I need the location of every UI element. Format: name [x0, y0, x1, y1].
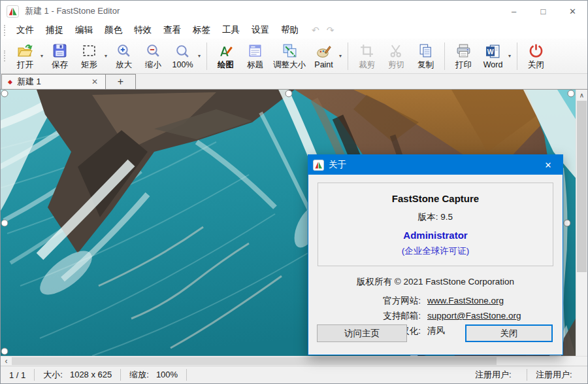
dialog-close-button[interactable]: 关闭 — [465, 324, 553, 342]
toolbar-button-resize[interactable]: 调整大小 — [270, 40, 309, 73]
menu-item-settings[interactable]: 设置 — [246, 22, 275, 38]
status-bar: 1 / 1大小:1028 x 625缩放:100% 注册用户:注册用户: — [1, 366, 587, 383]
toolbar-button-caption[interactable]: 标题 — [240, 40, 270, 73]
scroll-up-icon[interactable]: ∧ — [576, 90, 587, 101]
toolbar-separator — [517, 43, 517, 70]
status-image-size-label: 大小: — [43, 370, 63, 379]
toolbar-label-draw: 绘图 — [218, 60, 234, 71]
menu-item-file[interactable]: 文件 — [10, 22, 40, 38]
tab-新建-1[interactable]: ◆新建 1✕ — [1, 74, 106, 89]
scroll-left-icon[interactable]: ‹ — [1, 357, 12, 366]
save-floppy-icon — [52, 43, 68, 59]
svg-text:W: W — [487, 48, 494, 56]
about-dialog-title: 关于 — [329, 159, 534, 171]
main-toolbar: 打开▾保存矩形▾放大缩小100%▾绘图标题调整大小Paint▾裁剪剪切复制打印W… — [1, 39, 587, 74]
zoom-100-icon — [174, 43, 191, 60]
license-scope: (企业全球许可证) — [318, 245, 553, 257]
toolbar-button-zoom-100[interactable]: 100% — [168, 40, 197, 73]
vertical-scrollbar[interactable]: ∧ — [576, 90, 587, 356]
toolbar-label-save: 保存 — [52, 60, 68, 71]
dialog-buttons: 访问主页 关闭 — [317, 324, 553, 342]
minimize-icon: – — [512, 7, 516, 16]
minimize-button[interactable]: – — [499, 1, 529, 22]
dropdown-arrow-open[interactable]: ▾ — [41, 53, 45, 59]
dropdown-arrow-rectangle[interactable]: ▾ — [105, 53, 109, 59]
dropdown-arrow-paint[interactable]: ▾ — [339, 53, 344, 59]
toolbar-button-open[interactable]: 打开 — [10, 40, 40, 73]
close-icon: ✕ — [569, 7, 576, 16]
menu-item-effects[interactable]: 特效 — [128, 22, 157, 38]
maximize-button[interactable]: □ — [529, 1, 558, 22]
window-controls: –□✕ — [499, 1, 587, 22]
toolbar-button-draw[interactable]: 绘图 — [211, 40, 240, 73]
toolbar-grip[interactable] — [4, 25, 7, 36]
menu-item-tools[interactable]: 工具 — [216, 22, 246, 38]
toolbar-separator — [348, 43, 348, 70]
toolbar-button-zoom-in[interactable]: 放大 — [109, 40, 139, 73]
info-row-support-email: 支持邮箱:support@FastStone.org — [308, 308, 563, 323]
about-dialog: 关于 ✕ FastStone Capture 版本: 9.5 Administr… — [308, 154, 563, 355]
resize-icon — [282, 43, 298, 59]
toolbar-button-copy[interactable]: 复制 — [411, 40, 440, 73]
toolbar-button-rectangle[interactable]: 矩形 — [74, 40, 104, 73]
version-text: 版本: 9.5 — [318, 211, 553, 223]
dropdown-arrow-zoom-100[interactable]: ▾ — [198, 53, 203, 59]
zoom-in-icon — [116, 43, 132, 59]
copy-icon — [417, 43, 434, 59]
menu-item-help[interactable]: 帮助 — [275, 22, 304, 38]
toolbar-button-zoom-out[interactable]: 缩小 — [139, 40, 168, 73]
print-icon — [455, 43, 472, 59]
toolbar-label-close-editor: 关闭 — [528, 60, 544, 71]
rectangle-select-icon — [81, 43, 97, 59]
tab-bar: ◆新建 1✕ + — [1, 74, 587, 90]
toolbar-label-zoom-out: 缩小 — [145, 60, 161, 71]
status-registered-user-1: 注册用户: — [466, 369, 527, 381]
toolbar-buttons: 打开▾保存矩形▾放大缩小100%▾绘图标题调整大小Paint▾裁剪剪切复制打印W… — [10, 40, 551, 73]
status-zoom-level: 缩放:100% — [121, 369, 186, 381]
about-dialog-titlebar[interactable]: 关于 ✕ — [308, 155, 563, 175]
draw-icon — [218, 43, 234, 59]
status-zoom-level-label: 缩放: — [129, 370, 149, 379]
close-button[interactable]: ✕ — [558, 1, 587, 22]
undo-icon: ↶ — [312, 25, 319, 35]
open-folder-icon — [17, 43, 33, 59]
toolbar-button-print[interactable]: 打印 — [449, 40, 478, 73]
toolbar-button-save[interactable]: 保存 — [45, 40, 74, 73]
window-title: 新建 1 - FastStone Editor — [25, 5, 499, 17]
menu-item-capture[interactable]: 捕捉 — [40, 22, 69, 38]
toolbar-grip[interactable] — [4, 50, 7, 61]
tab-close-icon[interactable]: ✕ — [90, 77, 99, 86]
visit-homepage-button[interactable]: 访问主页 — [317, 324, 407, 342]
redo-icon: ↷ — [327, 25, 335, 35]
toolbar-button-cut: 剪切 — [382, 40, 411, 73]
title-bar: 新建 1 - FastStone Editor –□✕ — [1, 1, 587, 22]
status-right-segments: 注册用户:注册用户: — [466, 366, 587, 383]
menu-item-view[interactable]: 查看 — [157, 22, 187, 38]
menu-items: 文件捕捉编辑颜色特效查看标签工具设置帮助 — [10, 22, 304, 38]
support-email-value[interactable]: support@FastStone.org — [427, 308, 521, 323]
license-groupbox: FastStone Capture 版本: 9.5 Administrator … — [318, 183, 553, 266]
menu-item-edit[interactable]: 编辑 — [69, 22, 99, 38]
horizontal-scroll-thumb[interactable] — [12, 357, 497, 365]
toolbar-label-word: Word — [483, 60, 503, 69]
toolbar-label-print: 打印 — [455, 60, 472, 71]
menu-item-tab[interactable]: 标签 — [187, 22, 216, 38]
toolbar-separator — [444, 43, 445, 70]
toolbar-button-close-editor[interactable]: 关闭 — [521, 40, 551, 73]
toolbar-button-word[interactable]: WWord — [478, 40, 508, 73]
status-page-indicator-value: 1 / 1 — [9, 370, 25, 380]
horizontal-scrollbar[interactable]: ‹ — [1, 356, 587, 366]
status-zoom-level-value: 100% — [156, 370, 178, 379]
app-name: FastStone Capture — [318, 193, 553, 204]
info-row-website: 官方网站:www.FastStone.org — [308, 293, 563, 308]
word-icon: W — [485, 43, 501, 60]
modified-marker-icon: ◆ — [8, 79, 12, 85]
menu-item-colors[interactable]: 颜色 — [99, 22, 128, 38]
support-email-label: 支持邮箱: — [308, 308, 421, 323]
website-value[interactable]: www.FastStone.org — [427, 293, 504, 308]
about-dialog-close-button[interactable]: ✕ — [534, 155, 563, 175]
vertical-scroll-thumb[interactable] — [577, 101, 587, 272]
dropdown-arrow-word[interactable]: ▾ — [508, 53, 513, 59]
new-tab-button[interactable]: + — [106, 74, 136, 89]
toolbar-button-paint[interactable]: Paint — [309, 40, 338, 73]
